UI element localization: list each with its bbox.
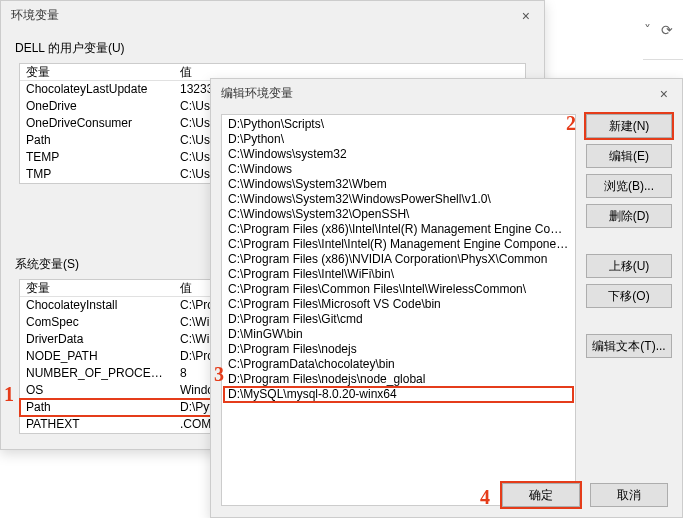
- var-name: NUMBER_OF_PROCESSORS: [20, 365, 174, 382]
- edit-buttons-column: 新建(N) 编辑(E) 浏览(B)... 删除(D) 上移(U) 下移(O) 编…: [586, 114, 672, 506]
- path-item[interactable]: C:\Program Files\Intel\Intel(R) Manageme…: [224, 237, 573, 252]
- path-item[interactable]: D:\Python\Scripts\: [224, 117, 573, 132]
- var-name: Path: [20, 132, 174, 149]
- path-item[interactable]: C:\Windows\System32\WindowsPowerShell\v1…: [224, 192, 573, 207]
- path-item[interactable]: C:\Windows\System32\OpenSSH\: [224, 207, 573, 222]
- close-icon[interactable]: ×: [656, 86, 672, 102]
- path-item[interactable]: D:\Python\: [224, 132, 573, 147]
- var-name: OneDrive: [20, 98, 174, 115]
- close-icon[interactable]: ×: [518, 8, 534, 24]
- env-dialog-title: 环境变量: [11, 7, 59, 24]
- ok-button[interactable]: 确定: [502, 483, 580, 507]
- var-name: ChocolateyLastUpdate: [20, 81, 174, 98]
- path-item[interactable]: C:\ProgramData\chocolatey\bin: [224, 357, 573, 372]
- path-item[interactable]: C:\Windows\System32\Wbem: [224, 177, 573, 192]
- path-list[interactable]: D:\Python\Scripts\D:\Python\C:\Windows\s…: [221, 114, 576, 506]
- cancel-button[interactable]: 取消: [590, 483, 668, 507]
- move-up-button[interactable]: 上移(U): [586, 254, 672, 278]
- path-item[interactable]: C:\Program Files\Microsoft VS Code\bin: [224, 297, 573, 312]
- background-toolbar: ˅ ⟳: [643, 0, 683, 60]
- var-name: TMP: [20, 166, 174, 183]
- path-item[interactable]: C:\Program Files\Common Files\Intel\Wire…: [224, 282, 573, 297]
- var-name: OS: [20, 382, 174, 399]
- path-item[interactable]: D:\Program Files\Git\cmd: [224, 312, 573, 327]
- path-item[interactable]: D:\Program Files\nodejs: [224, 342, 573, 357]
- path-item[interactable]: D:\MySQL\mysql-8.0.20-winx64: [224, 387, 573, 402]
- col-var: 变量: [20, 280, 174, 296]
- path-item[interactable]: C:\Program Files\Intel\WiFi\bin\: [224, 267, 573, 282]
- edit-dialog-title: 编辑环境变量: [221, 85, 293, 102]
- path-item[interactable]: D:\Program Files\nodejs\node_global: [224, 372, 573, 387]
- browse-button[interactable]: 浏览(B)...: [586, 174, 672, 198]
- dialog-footer: 确定 取消: [502, 483, 668, 507]
- delete-button[interactable]: 删除(D): [586, 204, 672, 228]
- dropdown-icon[interactable]: ˅: [644, 22, 651, 38]
- move-down-button[interactable]: 下移(O): [586, 284, 672, 308]
- edit-text-button[interactable]: 编辑文本(T)...: [586, 334, 672, 358]
- path-item[interactable]: C:\Windows: [224, 162, 573, 177]
- var-name: NODE_PATH: [20, 348, 174, 365]
- user-vars-label: DELL 的用户变量(U): [1, 30, 544, 63]
- var-name: TEMP: [20, 149, 174, 166]
- new-button[interactable]: 新建(N): [586, 114, 672, 138]
- edit-env-var-dialog: 编辑环境变量 × D:\Python\Scripts\D:\Python\C:\…: [210, 78, 683, 518]
- var-name: ComSpec: [20, 314, 174, 331]
- path-item[interactable]: C:\Windows\system32: [224, 147, 573, 162]
- var-name: Path: [20, 399, 174, 416]
- edit-dialog-titlebar: 编辑环境变量 ×: [211, 79, 682, 108]
- var-name: DriverData: [20, 331, 174, 348]
- refresh-icon[interactable]: ⟳: [661, 22, 673, 38]
- var-name: ChocolateyInstall: [20, 297, 174, 314]
- var-name: OneDriveConsumer: [20, 115, 174, 132]
- edit-button[interactable]: 编辑(E): [586, 144, 672, 168]
- col-var: 变量: [20, 64, 174, 80]
- var-name: PATHEXT: [20, 416, 174, 433]
- path-item[interactable]: D:\MinGW\bin: [224, 327, 573, 342]
- path-item[interactable]: C:\Program Files (x86)\Intel\Intel(R) Ma…: [224, 222, 573, 237]
- path-item[interactable]: C:\Program Files (x86)\NVIDIA Corporatio…: [224, 252, 573, 267]
- env-dialog-titlebar: 环境变量 ×: [1, 1, 544, 30]
